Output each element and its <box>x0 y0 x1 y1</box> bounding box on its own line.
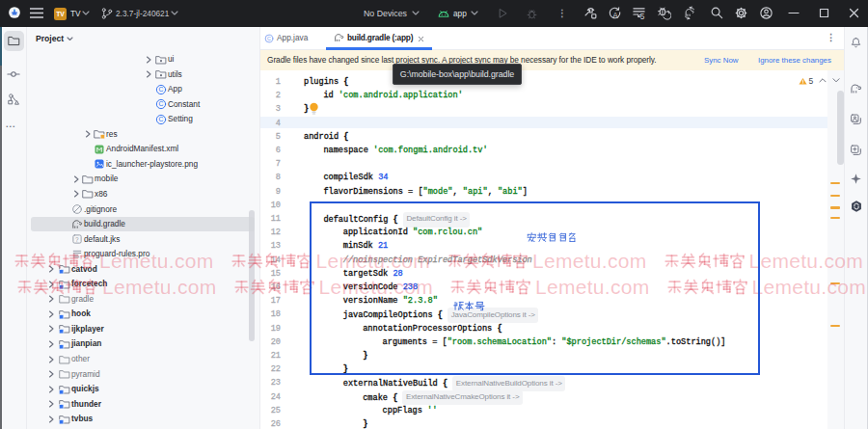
svg-text:A: A <box>612 11 618 20</box>
svg-text:C: C <box>267 36 271 41</box>
svg-text:C: C <box>159 86 164 93</box>
svg-text:C: C <box>159 101 164 108</box>
svg-text:5: 5 <box>640 13 645 20</box>
svg-text:?: ? <box>75 236 79 243</box>
svg-text:C: C <box>159 116 164 122</box>
